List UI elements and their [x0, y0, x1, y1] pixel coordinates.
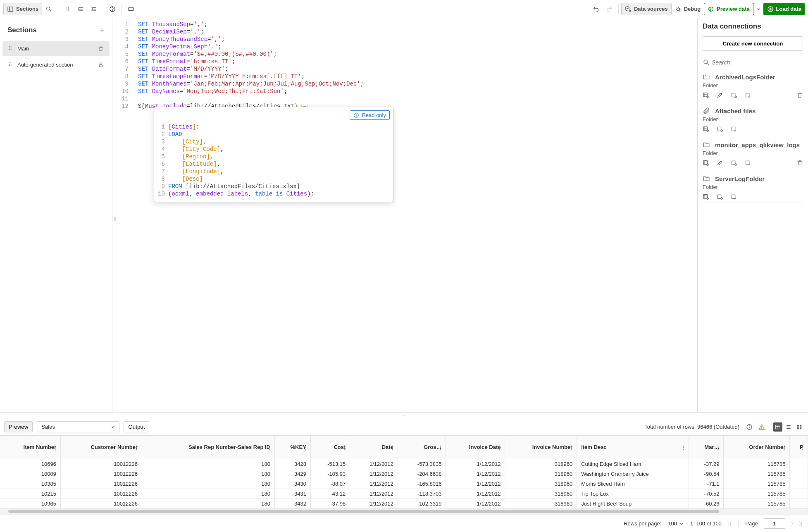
view-table-icon[interactable] — [773, 422, 782, 432]
warning-icon[interactable] — [758, 424, 765, 430]
view-list-icon[interactable] — [784, 422, 793, 432]
search-button[interactable] — [42, 3, 55, 15]
column-menu-icon[interactable]: ⋮ — [342, 444, 347, 450]
column-header[interactable]: Sales Rep Number-Sales Rep ID⋮ — [142, 436, 275, 459]
edit-icon[interactable] — [717, 160, 723, 166]
insert-icon[interactable] — [703, 92, 709, 98]
select-icon[interactable] — [717, 193, 723, 200]
column-menu-icon[interactable]: ⋮ — [303, 444, 308, 450]
section-item[interactable]: ⠿Main — [2, 41, 110, 56]
drag-handle-icon[interactable]: ⠿ — [8, 45, 12, 52]
svg-point-13 — [112, 10, 113, 11]
column-menu-icon[interactable]: ⋮ — [681, 444, 686, 450]
table-cell: 10012226 — [61, 479, 142, 489]
column-menu-icon[interactable]: ⋮ — [569, 444, 574, 450]
table-cell: Just Right Beef Soup — [577, 499, 689, 508]
view-icon[interactable] — [731, 193, 737, 200]
column-menu-icon[interactable]: ⋮ — [715, 444, 721, 450]
debug-button[interactable]: Debug — [672, 3, 704, 15]
column-menu-icon[interactable]: ⋮ — [52, 444, 58, 450]
column-header[interactable]: Item Number⋮ — [0, 436, 61, 459]
connection-search-input[interactable] — [710, 57, 803, 67]
column-header[interactable]: Invoice Date⋮ — [446, 436, 505, 459]
table-cell: 1/12/2012 — [446, 499, 505, 508]
section-name: Auto-generated section — [17, 62, 98, 68]
rows-per-page-select[interactable]: 100 — [668, 520, 684, 527]
column-menu-icon[interactable]: ⋮ — [800, 444, 805, 450]
trash-icon[interactable] — [98, 46, 104, 52]
table-cell: 318960 — [505, 489, 577, 499]
help-button[interactable] — [106, 3, 119, 15]
column-menu-icon[interactable]: ⋮ — [438, 444, 443, 450]
create-connection-button[interactable]: Create new connection — [703, 36, 803, 51]
preview-dropdown[interactable] — [753, 3, 764, 15]
svg-point-15 — [626, 7, 629, 8]
comment-button[interactable] — [61, 3, 74, 15]
redo-button[interactable] — [603, 3, 616, 15]
indent-button[interactable] — [74, 3, 87, 15]
column-header[interactable]: %KEY⋮ — [274, 436, 310, 459]
table-cell: -60.26 — [689, 499, 724, 508]
horizontal-scrollbar[interactable] — [0, 509, 808, 515]
drag-handle-icon[interactable]: ⠿ — [8, 62, 12, 68]
view-icon[interactable] — [731, 126, 737, 132]
folder-icon — [703, 175, 710, 182]
script-editor[interactable]: 123456789101112 SET ThousandSep=','; SET… — [112, 18, 697, 412]
svg-line-18 — [676, 7, 677, 8]
column-header[interactable]: Mar…⋮ — [689, 436, 724, 459]
select-icon[interactable] — [731, 92, 737, 98]
column-header[interactable]: Date⋮ — [350, 436, 398, 459]
first-page-button[interactable]: |⟨ — [728, 520, 732, 527]
section-item[interactable]: ⠿Auto-generated section — [2, 57, 110, 72]
svg-rect-73 — [800, 425, 801, 426]
last-page-button[interactable]: ⟩| — [799, 520, 802, 527]
column-header[interactable]: Cost⋮ — [310, 436, 350, 459]
sections-title: Sections — [7, 26, 37, 34]
column-menu-icon[interactable]: ⋮ — [390, 444, 395, 450]
column-menu-icon[interactable]: ⋮ — [267, 444, 272, 450]
select-icon[interactable] — [731, 160, 737, 166]
resize-handle[interactable]: ⦀ — [114, 215, 116, 222]
rows-per-page-label: Rows per page: — [624, 520, 661, 527]
load-data-button[interactable]: Load data — [764, 3, 805, 15]
prev-page-button[interactable]: ⟨ — [737, 520, 739, 527]
insert-icon[interactable] — [703, 160, 709, 166]
sections-button[interactable]: Sections — [3, 3, 42, 15]
column-header[interactable]: Invoice Number⋮ — [505, 436, 577, 459]
collapse-handle[interactable]: ⦀ — [697, 215, 698, 222]
sections-label: Sections — [16, 6, 38, 12]
column-header[interactable]: Customer Number⋮ — [61, 436, 142, 459]
insert-icon[interactable] — [703, 193, 709, 200]
preview-tab[interactable]: Preview — [4, 421, 33, 432]
data-sources-button[interactable]: Data sources — [621, 3, 672, 15]
insert-icon[interactable] — [703, 126, 709, 132]
output-tab[interactable]: Output — [124, 421, 149, 432]
trash-icon[interactable] — [796, 160, 803, 166]
preview-data-button[interactable]: Preview data — [704, 3, 753, 15]
select-icon[interactable] — [717, 126, 723, 132]
view-icon[interactable] — [745, 160, 751, 166]
chevron-down-icon — [756, 7, 760, 11]
next-page-button[interactable]: ⟩ — [791, 520, 793, 527]
add-section-button[interactable]: + — [99, 25, 105, 36]
info-icon[interactable] — [746, 424, 753, 430]
view-grid-icon[interactable] — [795, 422, 804, 432]
page-input[interactable] — [764, 518, 785, 529]
outdent-button[interactable] — [87, 3, 100, 15]
column-menu-icon[interactable]: ⋮ — [134, 444, 139, 450]
column-header[interactable]: P⋮ — [790, 436, 808, 459]
column-menu-icon[interactable]: ⋮ — [497, 444, 502, 450]
keyboard-button[interactable] — [124, 3, 138, 15]
column-header[interactable]: Item Desc⋮ — [577, 436, 689, 459]
undo-button[interactable] — [589, 3, 603, 15]
column-header[interactable]: Gros…⋮ — [398, 436, 446, 459]
edit-icon[interactable] — [717, 92, 723, 98]
svg-line-23 — [679, 10, 680, 11]
view-icon[interactable] — [745, 92, 751, 98]
table-select[interactable]: Sales — [37, 421, 119, 432]
column-header[interactable]: Order Number⋮ — [724, 436, 790, 459]
table-cell: 115785 — [724, 499, 790, 508]
svg-rect-14 — [129, 7, 133, 10]
trash-icon[interactable] — [796, 92, 803, 98]
column-menu-icon[interactable]: ⋮ — [782, 444, 787, 450]
